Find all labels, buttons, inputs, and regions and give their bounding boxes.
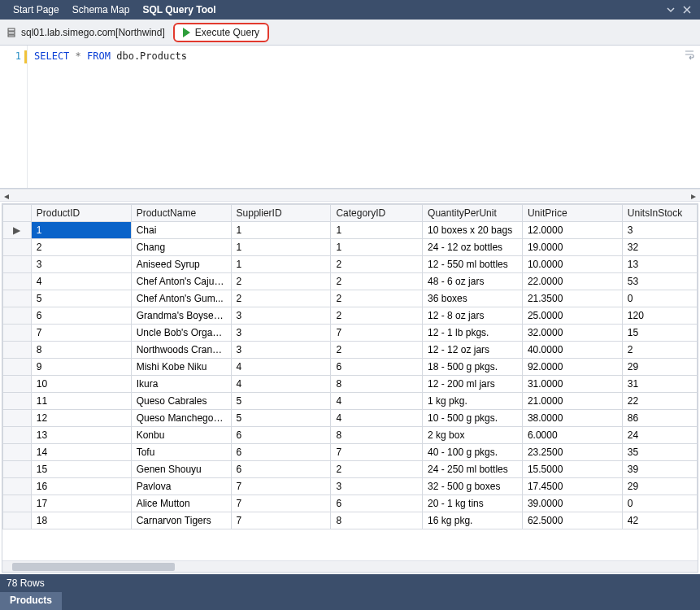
row-header[interactable] [3, 393, 32, 410]
cell[interactable]: 32 [622, 239, 697, 256]
cell[interactable]: 10 - 500 g pkgs. [423, 410, 523, 427]
cell[interactable]: 6 [231, 427, 331, 444]
result-tab-products[interactable]: Products [0, 592, 62, 610]
column-header[interactable]: UnitPrice [522, 205, 622, 222]
cell[interactable]: 25.0000 [522, 307, 622, 325]
cell[interactable]: 2 [331, 256, 423, 273]
cell[interactable]: 24 - 250 ml bottles [423, 461, 523, 478]
table-row[interactable]: 13Konbu682 kg box6.000024 [3, 427, 698, 444]
cell[interactable]: 2 [331, 290, 423, 307]
cell[interactable]: Ikura [131, 376, 231, 393]
cell[interactable]: 32.0000 [522, 325, 622, 342]
cell[interactable]: 10.0000 [522, 256, 622, 273]
tab-schema-map[interactable]: Schema Map [66, 1, 137, 19]
cell[interactable]: Mishi Kobe Niku [131, 359, 231, 376]
cell[interactable]: 92.0000 [522, 359, 622, 376]
cell[interactable]: 8 [331, 512, 423, 529]
cell[interactable]: 1 [331, 239, 423, 256]
cell[interactable]: 6 [231, 444, 331, 461]
scroll-right-icon[interactable]: ▸ [687, 190, 700, 203]
close-icon[interactable] [680, 3, 693, 16]
cell[interactable]: Konbu [131, 427, 231, 444]
tab-start-page[interactable]: Start Page [7, 1, 66, 19]
table-row[interactable]: 14Tofu6740 - 100 g pkgs.23.250035 [3, 444, 698, 461]
row-header[interactable] [3, 239, 32, 256]
sql-editor[interactable]: 1 SELECT * FROM dbo.Products [0, 46, 700, 189]
cell[interactable]: 2 [231, 290, 331, 307]
column-header[interactable]: CategoryID [331, 205, 423, 222]
cell[interactable]: Chai [131, 222, 231, 239]
table-row[interactable]: 15Genen Shouyu6224 - 250 ml bottles15.50… [3, 461, 698, 478]
results-grid[interactable]: ProductID ProductName SupplierID Categor… [2, 204, 698, 529]
cell[interactable]: 40 - 100 g pkgs. [423, 444, 523, 461]
table-row[interactable]: 4Chef Anton's Cajun...2248 - 6 oz jars22… [3, 273, 698, 290]
cell[interactable]: 7 [331, 444, 423, 461]
row-header[interactable] [3, 461, 32, 478]
cell[interactable]: Carnarvon Tigers [131, 512, 231, 529]
grid-corner[interactable] [3, 205, 32, 222]
grid-horizontal-scrollbar[interactable] [2, 560, 698, 572]
table-row[interactable]: 17Alice Mutton7620 - 1 kg tins39.00000 [3, 495, 698, 512]
cell[interactable]: 7 [231, 495, 331, 512]
cell[interactable]: 15.5000 [522, 461, 622, 478]
cell[interactable]: Aniseed Syrup [131, 256, 231, 273]
cell[interactable]: 16 [31, 478, 131, 495]
cell[interactable]: 13 [31, 427, 131, 444]
cell[interactable]: 6 [331, 495, 423, 512]
cell[interactable]: 23.2500 [522, 444, 622, 461]
column-header[interactable]: SupplierID [231, 205, 331, 222]
cell[interactable]: 7 [231, 478, 331, 495]
cell[interactable]: 31.0000 [522, 376, 622, 393]
cell[interactable]: 39.0000 [522, 495, 622, 512]
cell[interactable]: 120 [622, 307, 697, 325]
row-header[interactable] [3, 410, 32, 427]
row-header[interactable] [3, 495, 32, 512]
cell[interactable]: 40.0000 [522, 342, 622, 359]
row-header[interactable] [3, 307, 32, 325]
cell[interactable]: 32 - 500 g boxes [423, 478, 523, 495]
cell[interactable]: 15 [622, 325, 697, 342]
cell[interactable]: 17.4500 [522, 478, 622, 495]
cell[interactable]: 3 [231, 307, 331, 325]
cell[interactable]: 24 - 12 oz bottles [423, 239, 523, 256]
cell[interactable]: 2 [31, 239, 131, 256]
cell[interactable]: 4 [331, 410, 423, 427]
cell[interactable]: 19.0000 [522, 239, 622, 256]
connection-indicator[interactable]: sql01.lab.simego.com[Northwind] [7, 27, 165, 38]
cell[interactable]: 16 kg pkg. [423, 512, 523, 529]
cell[interactable]: 1 [231, 239, 331, 256]
row-header[interactable] [3, 325, 32, 342]
word-wrap-icon[interactable] [684, 49, 695, 60]
row-header[interactable] [3, 359, 32, 376]
table-row[interactable]: 2Chang1124 - 12 oz bottles19.000032 [3, 239, 698, 256]
cell[interactable]: 38.0000 [522, 410, 622, 427]
cell[interactable]: 21.0000 [522, 393, 622, 410]
cell[interactable]: 1 kg pkg. [423, 393, 523, 410]
column-header[interactable]: UnitsInStock [622, 205, 697, 222]
cell[interactable]: 36 boxes [423, 290, 523, 307]
cell[interactable]: Chef Anton's Gum... [131, 290, 231, 307]
table-row[interactable]: ▶1Chai1110 boxes x 20 bags12.00003 [3, 222, 698, 239]
cell[interactable]: Pavlova [131, 478, 231, 495]
cell[interactable]: 9 [31, 359, 131, 376]
table-row[interactable]: 6Grandma's Boysen...3212 - 8 oz jars25.0… [3, 307, 698, 325]
cell[interactable]: 18 - 500 g pkgs. [423, 359, 523, 376]
cell[interactable]: 22.0000 [522, 273, 622, 290]
cell[interactable]: Chang [131, 239, 231, 256]
column-header[interactable]: QuantityPerUnit [423, 205, 523, 222]
cell[interactable]: 12.0000 [522, 222, 622, 239]
cell[interactable]: Genen Shouyu [131, 461, 231, 478]
cell[interactable]: 2 [331, 307, 423, 325]
cell[interactable]: 14 [31, 444, 131, 461]
cell[interactable]: 3 [331, 478, 423, 495]
cell[interactable]: 5 [231, 410, 331, 427]
cell[interactable]: 21.3500 [522, 290, 622, 307]
table-row[interactable]: 7Uncle Bob's Organi...3712 - 1 lb pkgs.3… [3, 325, 698, 342]
cell[interactable]: 31 [622, 376, 697, 393]
cell[interactable]: 0 [622, 495, 697, 512]
cell[interactable]: Tofu [131, 444, 231, 461]
cell[interactable]: 12 [31, 410, 131, 427]
cell[interactable]: 48 - 6 oz jars [423, 273, 523, 290]
cell[interactable]: 29 [622, 359, 697, 376]
table-row[interactable]: 12Queso Manchego L...5410 - 500 g pkgs.3… [3, 410, 698, 427]
